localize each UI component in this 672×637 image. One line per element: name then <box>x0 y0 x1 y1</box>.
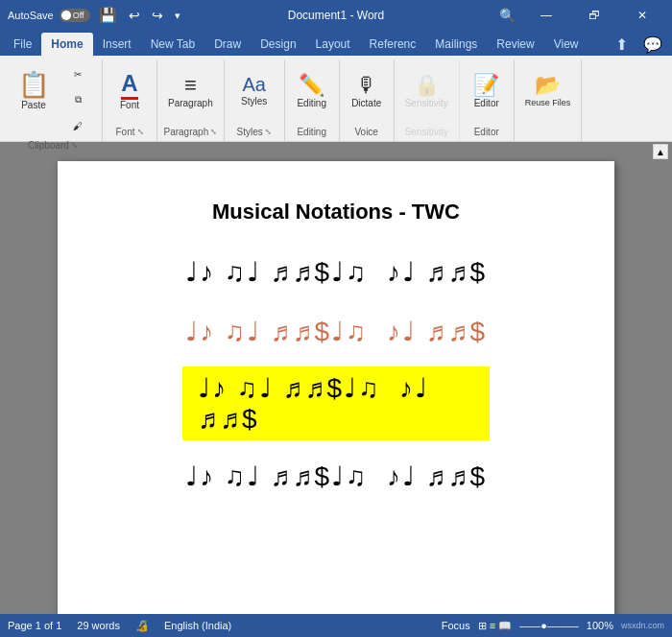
language-info[interactable]: English (India) <box>164 620 231 631</box>
sensitivity-content: 🔒 Sensitivity <box>400 61 453 125</box>
comments-icon[interactable]: 💬 <box>637 34 668 56</box>
copy-icon: ⧉ <box>75 94 82 106</box>
document-area: Musical Notations - TWC ♩♪ ♫♩ ♬♬$♩♫ ♪♩ ♬… <box>0 142 672 614</box>
sensitivity-group-label: Sensitivity <box>400 125 453 139</box>
toggle-state-label: Off <box>73 11 84 20</box>
ribbon-group-paragraph: ≡ Paragraph Paragraph ⤡ <box>157 59 225 141</box>
editing-button[interactable]: ✏️ Editing <box>291 61 333 119</box>
search-icon[interactable]: 🔍 <box>494 6 520 25</box>
music-symbols-3: ♩♪ ♫♩ ♬♬$♩♫ ♪♩ ♬♬$ <box>198 372 474 435</box>
more-commands-icon[interactable]: ▾ <box>172 8 183 24</box>
autosave-toggle[interactable]: Off <box>60 9 90 22</box>
editor-button[interactable]: 📝 Editor <box>466 61 508 119</box>
reuse-files-label: Reuse Files <box>525 98 571 107</box>
status-left: Page 1 of 1 29 words 🔏 English (India) <box>8 620 231 632</box>
clipboard-label: Clipboard ⤡ <box>10 138 96 153</box>
close-button[interactable]: ✕ <box>620 0 664 31</box>
save-icon[interactable]: 💾 <box>96 5 120 26</box>
tab-home[interactable]: Home <box>41 33 92 56</box>
tab-design[interactable]: Design <box>251 33 305 56</box>
music-row-4: ♩♪ ♫♩ ♬♬$♩♫ ♪♩ ♬♬$ <box>115 452 557 500</box>
font-expand-icon[interactable]: ⤡ <box>137 128 144 136</box>
tab-file[interactable]: File <box>4 33 41 56</box>
zoom-slider[interactable]: ——●——— <box>519 620 579 631</box>
font-icon: A <box>121 70 137 100</box>
font-group-label: Font ⤡ <box>108 125 151 139</box>
editor-label: Editor <box>474 98 499 108</box>
music-symbols-4: ♩♪ ♫♩ ♬♬$♩♫ ♪♩ ♬♬$ <box>185 460 487 492</box>
page-info: Page 1 of 1 <box>8 620 61 631</box>
title-bar-right: 🔍 — 🗗 ✕ <box>494 0 664 31</box>
ribbon-group-clipboard: 📋 Paste ✂ ⧉ 🖌 Clipboard ⤡ <box>4 59 103 141</box>
styles-button[interactable]: Aa Styles <box>230 61 278 119</box>
paragraph-label: Paragraph <box>168 98 213 108</box>
cut-icon: ✂ <box>74 69 82 80</box>
document-title: Document1 - Word <box>288 9 384 22</box>
title-bar: AutoSave Off 💾 ↩ ↪ ▾ Document1 - Word 🔍 … <box>0 0 672 31</box>
tab-view[interactable]: View <box>544 33 588 56</box>
ribbon-group-voice: 🎙 Dictate Voice <box>340 59 395 141</box>
music-symbols-2: ♩♪ ♫♩ ♬♬$♩♫ ♪♩ ♬♬$ <box>185 316 487 347</box>
focus-mode[interactable]: Focus <box>442 620 470 631</box>
tab-layout[interactable]: Layout <box>306 33 360 56</box>
paragraph-content: ≡ Paragraph <box>163 61 218 125</box>
track-changes-icon[interactable]: 🔏 <box>135 620 149 632</box>
ribbon-group-sensitivity: 🔒 Sensitivity Sensitivity <box>395 59 460 141</box>
editor-content: 📝 Editor <box>466 61 508 125</box>
redo-icon[interactable]: ↪ <box>149 6 166 25</box>
tab-review[interactable]: Review <box>487 33 543 56</box>
word-count: 29 words <box>77 620 120 631</box>
reuse-files-button[interactable]: 📂 Reuse Files <box>520 61 576 119</box>
reuse-files-icon: 📂 <box>535 73 561 98</box>
tab-references[interactable]: Referenc <box>360 33 426 56</box>
paragraph-button[interactable]: ≡ Paragraph <box>163 61 218 119</box>
title-bar-left: AutoSave Off 💾 ↩ ↪ ▾ <box>8 5 183 26</box>
restore-button[interactable]: 🗗 <box>572 0 616 31</box>
format-painter-button[interactable]: 🖌 <box>60 113 96 138</box>
dictate-button[interactable]: 🎙 Dictate <box>346 61 388 119</box>
document-page: Musical Notations - TWC ♩♪ ♫♩ ♬♬$♩♫ ♪♩ ♬… <box>58 161 614 614</box>
clipboard-expand-icon[interactable]: ⤡ <box>71 141 78 150</box>
status-right: Focus ⊞ ≡ 📖 ——●——— 100% wsxdn.com <box>442 620 664 632</box>
styles-group-label: Styles ⤡ <box>230 125 278 139</box>
styles-expand-icon[interactable]: ⤡ <box>265 128 272 136</box>
zoom-level[interactable]: 100% <box>587 620 613 631</box>
format-painter-icon: 🖌 <box>73 121 83 131</box>
music-row-3: ♩♪ ♫♩ ♬♬$♩♫ ♪♩ ♬♬$ <box>182 366 490 440</box>
ribbon: 📋 Paste ✂ ⧉ 🖌 Clipboard ⤡ A <box>0 56 672 142</box>
paragraph-group-label: Paragraph ⤡ <box>163 125 218 139</box>
wsxdn-watermark: wsxdn.com <box>621 621 664 630</box>
font-button[interactable]: A Font <box>108 61 151 119</box>
tab-mailings[interactable]: Mailings <box>425 33 487 56</box>
paragraph-expand-icon[interactable]: ⤡ <box>210 128 217 136</box>
copy-button[interactable]: ⧉ <box>60 87 96 112</box>
tab-draw[interactable]: Draw <box>204 33 251 56</box>
reuse-files-content: 📂 Reuse Files <box>520 61 576 135</box>
dictate-icon: 🎙 <box>356 73 377 98</box>
dictate-label: Dictate <box>351 98 381 108</box>
ribbon-group-font: A Font Font ⤡ <box>103 59 157 141</box>
editing-icon: ✏️ <box>299 73 324 98</box>
sensitivity-icon: 🔒 <box>414 73 440 98</box>
ribbon-group-styles: Aa Styles Styles ⤡ <box>225 59 285 141</box>
sensitivity-label: Sensitivity <box>405 98 448 108</box>
share-icon[interactable]: ⬆ <box>610 34 634 56</box>
minimize-button[interactable]: — <box>524 0 568 31</box>
undo-icon[interactable]: ↩ <box>126 6 143 25</box>
editing-content: ✏️ Editing <box>291 61 333 125</box>
collapse-ribbon-button[interactable]: ▲ <box>653 144 668 159</box>
cut-button[interactable]: ✂ <box>60 61 96 86</box>
tab-new-tab[interactable]: New Tab <box>141 33 204 56</box>
font-content: A Font <box>108 61 151 125</box>
editor-group-label: Editor <box>466 125 508 139</box>
clipboard-small-group: ✂ ⧉ 🖌 <box>60 61 96 138</box>
styles-content: Aa Styles <box>230 61 278 125</box>
paste-label: Paste <box>21 100 46 110</box>
voice-group-label: Voice <box>346 125 388 139</box>
paste-button[interactable]: 📋 Paste <box>10 61 58 119</box>
styles-icon: Aa <box>242 74 265 96</box>
reuse-files-group-label <box>520 135 576 139</box>
ribbon-right-controls: ⬆ 💬 <box>610 34 668 56</box>
tab-insert[interactable]: Insert <box>93 33 141 56</box>
sensitivity-button[interactable]: 🔒 Sensitivity <box>400 61 453 119</box>
